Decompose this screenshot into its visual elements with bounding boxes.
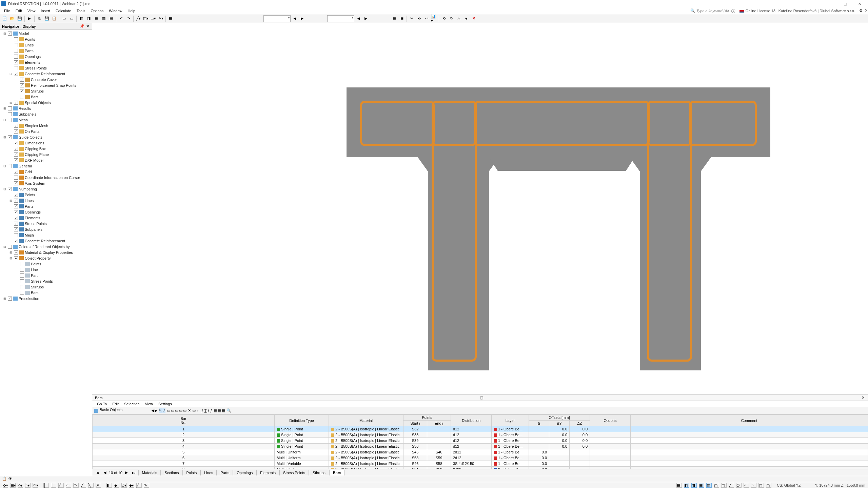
tree-stress-points[interactable]: Stress Points xyxy=(0,65,92,71)
view4-icon[interactable]: ▥ xyxy=(100,15,107,22)
tab-sections[interactable]: Sections xyxy=(161,470,182,475)
menu-edit[interactable]: Edit xyxy=(13,9,25,13)
menu-help[interactable]: Help xyxy=(125,9,138,13)
tbl-del-icon[interactable]: ✕ xyxy=(188,408,191,413)
sb-m-icon[interactable]: ▮ xyxy=(106,483,112,488)
redo-icon[interactable]: ↷ xyxy=(125,15,132,22)
view3-icon[interactable]: ▦ xyxy=(93,15,100,22)
undo-icon[interactable]: ↶ xyxy=(118,15,124,22)
tbl-fn2-icon[interactable]: ∑ xyxy=(204,409,207,413)
tbl-g2-icon[interactable]: ▦ xyxy=(218,408,221,413)
tree-stirrups[interactable]: Stirrups xyxy=(0,284,92,290)
tree-clipping-box[interactable]: Clipping Box xyxy=(0,146,92,151)
keyword-search[interactable]: Type a keyword (Alt+Q) xyxy=(696,9,735,13)
x-icon[interactable]: ✕ xyxy=(470,15,477,22)
tbl-next-icon[interactable]: ▶ xyxy=(155,408,157,413)
tbl-sel-icon[interactable]: ↖ xyxy=(159,408,162,413)
copy-icon[interactable]: 📋 xyxy=(51,15,58,22)
tree-preselection[interactable]: ⊞Preselection xyxy=(0,296,92,301)
sb-l5-icon[interactable]: ◠ xyxy=(73,483,79,488)
tree-material-display-properties[interactable]: ⊞○Material & Display Properties xyxy=(0,249,92,255)
sb-l6-icon[interactable]: ╱ xyxy=(81,483,86,488)
tree-concrete-reinforcement[interactable]: ⊟Concrete Reinforcement xyxy=(0,71,92,77)
combo-1[interactable] xyxy=(263,15,291,22)
tab-bars[interactable]: Bars xyxy=(329,470,345,475)
tree-axis-system[interactable]: Axis System xyxy=(0,180,92,186)
view2-icon[interactable]: ◨ xyxy=(85,15,92,22)
doc-icon[interactable]: ▭ xyxy=(61,15,67,22)
tblmenu-settings[interactable]: Settings xyxy=(156,402,175,406)
tbl-t5-icon[interactable]: ▭ xyxy=(183,408,186,413)
tree-stirrups[interactable]: Stirrups xyxy=(0,88,92,94)
menu-window[interactable]: Window xyxy=(106,9,125,13)
sb-l2-icon[interactable]: │ xyxy=(51,483,56,488)
sb-v9-icon[interactable]: ⬡ xyxy=(736,483,742,488)
open-icon[interactable]: 📂 xyxy=(9,15,16,22)
tree-reinforcement-snap-points[interactable]: Reinforcement Snap Points xyxy=(0,82,92,88)
table-max-icon[interactable]: ▢ xyxy=(479,395,484,400)
tbl-search-icon[interactable]: 🔍 xyxy=(226,408,231,413)
sb-l8-icon[interactable]: ↗ xyxy=(96,483,101,488)
tree-object-property[interactable]: ⊟●Object Property xyxy=(0,255,92,261)
tree-stress-points[interactable]: Stress Points xyxy=(0,278,92,284)
table-row[interactable]: 8Multi | Uniform2 - B500S(A) | Isotropic… xyxy=(93,467,868,469)
tbl-t4-icon[interactable]: ▭ xyxy=(179,408,182,413)
prev-icon[interactable]: ◀ xyxy=(291,15,298,22)
view1-icon[interactable]: ◧ xyxy=(78,15,85,22)
sb-n-icon[interactable]: ◆ xyxy=(114,483,119,488)
sb-grid-icon[interactable]: ▦▾ xyxy=(10,483,16,488)
save2-icon[interactable]: 💾 xyxy=(43,15,50,22)
tree-lines[interactable]: Lines xyxy=(0,42,92,48)
tree-colors-of-rendered-objects-by[interactable]: ⊟Colors of Rendered Objects by xyxy=(0,244,92,249)
tblmenu-go-to[interactable]: Go To xyxy=(94,402,110,406)
tree-concrete-cover[interactable]: Concrete Cover xyxy=(0,77,92,82)
sb-v13-icon[interactable]: ▢ xyxy=(766,483,771,488)
tree-guide-objects[interactable]: ⊟Guide Objects xyxy=(0,134,92,140)
doc2-icon[interactable]: ▭ xyxy=(68,15,75,22)
menu-view[interactable]: View xyxy=(25,9,38,13)
maximize-button[interactable]: ▢ xyxy=(838,0,852,7)
model-canvas[interactable] xyxy=(92,23,868,394)
tblmenu-selection[interactable]: Selection xyxy=(121,402,142,406)
grid2-icon[interactable]: ⊞ xyxy=(398,15,405,22)
sb-v6-icon[interactable]: ▢ xyxy=(714,483,719,488)
tree-mesh[interactable]: Mesh xyxy=(0,232,92,238)
sb-v11-icon[interactable]: ○ xyxy=(751,483,756,488)
sb-v8-icon[interactable]: ╱ xyxy=(729,483,734,488)
tbl-fn3-icon[interactable]: ƒ xyxy=(208,409,210,413)
sb-v5-icon[interactable]: ▥ xyxy=(706,483,712,488)
tab-elements[interactable]: Elements xyxy=(256,470,279,475)
sb-q-icon[interactable]: ╱ xyxy=(136,483,142,488)
tbl-sel2-icon[interactable]: ↗ xyxy=(162,408,165,413)
sb-b-icon[interactable]: ◠▾ xyxy=(33,483,38,488)
tree-coordinate-information-on-cursor[interactable]: Coordinate Information on Cursor xyxy=(0,175,92,180)
settings-icon[interactable]: ⚙ xyxy=(859,8,863,13)
tree-openings[interactable]: Openings xyxy=(0,209,92,215)
tbl-last-icon[interactable]: ⏭ xyxy=(131,471,137,475)
grid-icon[interactable]: ▦ xyxy=(391,15,398,22)
sb-v7-icon[interactable]: ▢ xyxy=(721,483,727,488)
tbl-first-icon[interactable]: ⏮ xyxy=(94,471,101,475)
next-icon[interactable]: ▶ xyxy=(299,15,305,22)
table-row[interactable]: 5Multi | Uniform2 - B500S(A) | Isotropic… xyxy=(93,449,868,455)
table-combo[interactable]: Basic Objects xyxy=(100,408,151,414)
sb-v3-icon[interactable]: ◨ xyxy=(691,483,697,488)
combo-2[interactable] xyxy=(327,15,354,22)
tbl-fn4-icon[interactable]: ƒ xyxy=(210,409,212,413)
rotate-icon[interactable]: ⟲ xyxy=(440,15,447,22)
tree-points[interactable]: Points xyxy=(0,261,92,267)
rect-tool-icon[interactable]: ▭▾ xyxy=(150,15,157,22)
sb-l4-icon[interactable]: ○ xyxy=(66,483,71,488)
dim-icon[interactable]: ⇔ xyxy=(423,15,430,22)
tab-openings[interactable]: Openings xyxy=(233,470,256,475)
sb-p-icon[interactable]: ◆▾ xyxy=(129,483,134,488)
minimize-button[interactable]: ─ xyxy=(824,0,838,7)
tab-stress-points[interactable]: Stress Points xyxy=(279,470,309,475)
tree-concrete-reinforcement[interactable]: Concrete Reinforcement xyxy=(0,238,92,244)
tree-elements[interactable]: Elements xyxy=(0,59,92,65)
sb-r-icon[interactable]: ✎ xyxy=(144,483,149,488)
tree-openings[interactable]: Openings xyxy=(0,54,92,59)
panel2-icon[interactable]: 👁 xyxy=(8,476,14,482)
tree-part[interactable]: Part xyxy=(0,272,92,278)
rotate2-icon[interactable]: ⟳ xyxy=(448,15,455,22)
